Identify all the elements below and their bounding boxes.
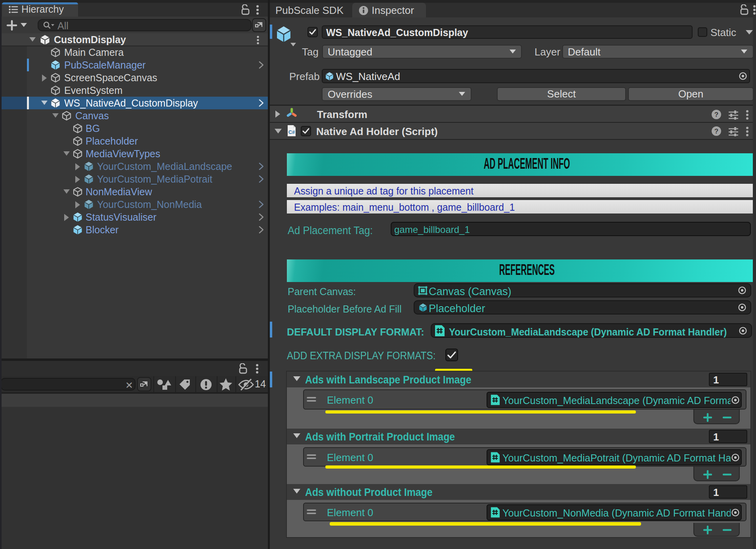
svg-text:?: ? bbox=[714, 111, 718, 118]
svg-text:?: ? bbox=[714, 128, 718, 135]
svg-text:C#: C# bbox=[288, 129, 295, 135]
